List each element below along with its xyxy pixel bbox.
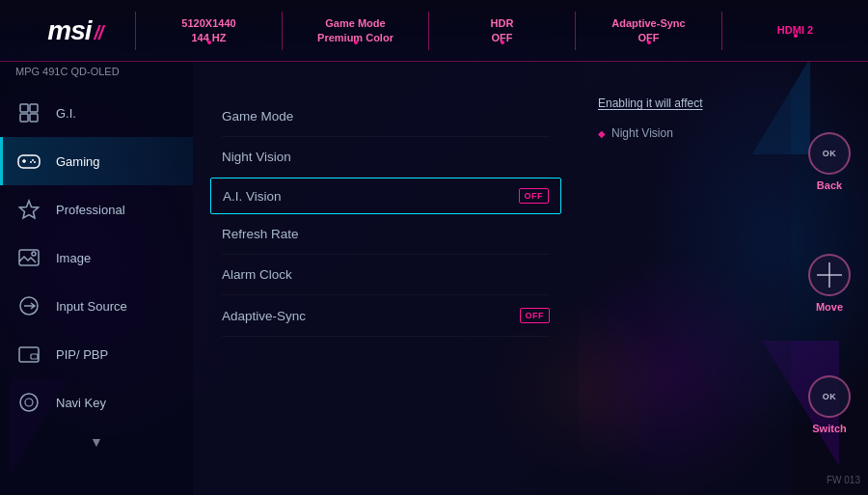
menu-item-ai-vision-label: A.I. Vision (223, 189, 282, 204)
stat-hdr[interactable]: HDROFF (429, 16, 575, 44)
grid-icon (15, 99, 42, 126)
svg-rect-1 (30, 104, 38, 112)
sidebar-label-image: Image (56, 251, 91, 265)
menu-item-night-vision-label: Night Vision (222, 150, 291, 164)
sidebar-label-input-source: Input Source (56, 299, 127, 314)
menu-item-adaptive-sync-label: Adaptive-Sync (222, 309, 306, 323)
main-content: G.I. Gaming Professional (0, 62, 868, 495)
header-dot-5 (794, 34, 798, 38)
pip-icon (15, 341, 42, 368)
menu-content: Game Mode Night Vision A.I. Vision OFF R… (193, 62, 579, 495)
sidebar-item-gi[interactable]: G.I. (0, 89, 193, 137)
move-label: Move (816, 301, 843, 313)
menu-item-alarm-clock-label: Alarm Clock (222, 267, 292, 282)
svg-rect-0 (20, 104, 28, 112)
header: msi 5120X1440144 HZ Game ModePremium Col… (0, 0, 868, 62)
info-item-label: Night Vision (611, 126, 673, 140)
back-ok-text: OK (823, 149, 837, 158)
svg-rect-4 (18, 155, 40, 168)
menu-item-game-mode-label: Game Mode (222, 109, 293, 124)
menu-item-night-vision[interactable]: Night Vision (222, 137, 550, 178)
stat-adaptive-sync[interactable]: Adaptive-SyncOFF (576, 16, 721, 44)
header-dot-4 (647, 41, 651, 44)
sidebar: G.I. Gaming Professional (0, 62, 193, 495)
stat-game-mode[interactable]: Game ModePremium Color (283, 16, 428, 44)
gamepad-icon (15, 148, 42, 175)
image-icon (15, 244, 42, 271)
sidebar-arrow-down[interactable]: ▼ (0, 426, 193, 457)
switch-label: Switch (812, 423, 846, 434)
svg-rect-3 (30, 114, 38, 122)
sidebar-label-gaming: Gaming (56, 154, 100, 169)
sidebar-item-professional[interactable]: Professional (0, 185, 193, 234)
star-icon (15, 196, 42, 223)
sidebar-item-pip-pbp[interactable]: PIP/ PBP (0, 330, 193, 378)
svg-rect-15 (31, 354, 38, 359)
sidebar-label-navi-key: Navi Key (56, 396, 106, 410)
header-dot-1 (207, 41, 211, 44)
svg-point-9 (30, 161, 32, 163)
switch-circle: OK (808, 375, 851, 418)
svg-point-12 (32, 252, 36, 256)
stat-hdmi[interactable]: HDMI 2 (722, 23, 868, 37)
ai-vision-badge: OFF (519, 188, 550, 204)
menu-item-refresh-rate-label: Refresh Rate (222, 227, 299, 241)
menu-item-refresh-rate[interactable]: Refresh Rate (222, 214, 550, 255)
sidebar-item-input-source[interactable]: Input Source (0, 282, 193, 330)
navi-icon (15, 389, 42, 416)
right-controls: OK Back Move OK Switch FW 013 (791, 62, 868, 495)
svg-marker-10 (20, 201, 39, 218)
back-button[interactable]: OK Back (808, 132, 851, 191)
sidebar-item-navi-key[interactable]: Navi Key (0, 378, 193, 426)
switch-ok-text: OK (823, 392, 837, 401)
move-circle (808, 254, 851, 296)
info-item-night-vision: ◆ Night Vision (598, 124, 772, 143)
adaptive-sync-badge: OFF (520, 308, 551, 323)
info-title: Enabling it will affect (598, 96, 772, 110)
stat-resolution[interactable]: 5120X1440144 HZ (136, 16, 282, 44)
svg-rect-2 (20, 114, 28, 122)
header-dot-2 (354, 41, 358, 44)
svg-point-17 (25, 399, 33, 406)
monitor-label: MPG 491C QD-OLED (15, 62, 120, 81)
logo-area: msi (0, 15, 135, 46)
svg-point-8 (34, 161, 36, 163)
switch-button[interactable]: OK Switch (808, 375, 851, 434)
menu-item-adaptive-sync[interactable]: Adaptive-Sync OFF (222, 295, 550, 337)
menu-item-ai-vision[interactable]: A.I. Vision OFF (210, 178, 561, 214)
svg-point-7 (32, 159, 34, 161)
back-label: Back (817, 179, 842, 191)
svg-point-16 (20, 394, 38, 411)
info-panel: Enabling it will affect ◆ Night Vision (579, 62, 791, 495)
input-icon (15, 292, 42, 319)
move-button[interactable]: Move (808, 254, 851, 313)
menu-item-game-mode[interactable]: Game Mode (222, 96, 550, 137)
sidebar-label-pip-pbp: PIP/ PBP (56, 347, 108, 362)
sidebar-item-gaming[interactable]: Gaming (0, 137, 193, 185)
sidebar-label-professional: Professional (56, 203, 125, 217)
header-dot-3 (501, 41, 504, 44)
move-cross-icon (817, 262, 842, 288)
menu-item-alarm-clock[interactable]: Alarm Clock (222, 255, 550, 295)
sidebar-label-gi: G.I. (56, 106, 76, 121)
msi-logo: msi (47, 15, 102, 46)
diamond-icon: ◆ (598, 128, 606, 139)
sidebar-item-image[interactable]: Image (0, 234, 193, 282)
back-circle: OK (808, 132, 851, 175)
fw-version: FW 013 (827, 475, 860, 485)
